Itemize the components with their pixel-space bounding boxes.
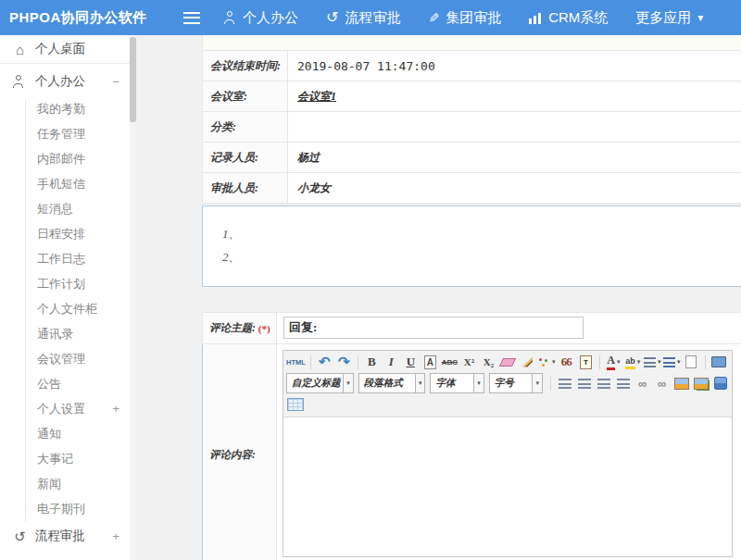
sidebar-item[interactable]: 工作计划 [0,271,136,296]
nav-more-apps[interactable]: 更多应用 [635,9,703,27]
field-value: 会议室1 [288,81,741,111]
editor-content-area[interactable] [283,417,732,556]
sidebar-scrollbar[interactable] [130,35,136,560]
separator[interactable] [705,355,706,369]
sidebar-item[interactable]: 个人桌面 [0,35,136,64]
nav-label: 更多应用 [635,9,691,27]
table-row: 会议室: 会议室1 [203,81,741,112]
sidebar-item[interactable]: 个人办公 − [0,67,136,96]
field-label: 会议结束时间: [203,51,288,81]
undo-icon[interactable]: ↶ [316,354,333,370]
nav-label: 个人办公 [243,9,298,27]
sidebar-item[interactable]: 通讯录 [0,321,136,346]
sidebar-item[interactable]: 个人文件柜 [0,296,136,321]
content-line: 2、 [222,245,741,268]
nav-label: 集团审批 [446,9,501,27]
comment-subject-input[interactable] [283,317,584,339]
sidebar-item[interactable]: 我的考勤 [0,96,136,121]
nav-workflow-approval[interactable]: 流程审批 [326,9,400,27]
separator[interactable] [358,355,358,369]
paste-text-icon[interactable]: T [577,354,595,370]
expand-toggle[interactable]: − [112,75,119,89]
separator[interactable] [550,377,551,391]
align-right-icon[interactable] [595,375,612,392]
bold-icon[interactable]: B [363,354,381,370]
fullscreen-icon[interactable] [710,354,728,370]
comment-form: 评论主题: (*) 评论内容: [202,312,741,560]
edit-icon [428,10,439,25]
sidebar-item[interactable]: 公告 [0,371,136,396]
bar-chart-icon [529,12,542,24]
separator[interactable] [310,355,311,369]
align-center-icon[interactable] [575,375,593,392]
blockquote-icon[interactable]: 66 [558,354,575,370]
font-size-select[interactable]: 字号 ▾ [489,373,543,393]
expand-toggle[interactable]: + [112,529,119,543]
justify-icon[interactable] [614,375,632,392]
font-style-icon[interactable]: A [421,354,439,370]
italic-icon[interactable]: I [383,354,400,370]
nav-personal-office[interactable]: 个人办公 [224,9,298,27]
field-label: 审批人员: [203,173,288,203]
heading-select[interactable]: 自定义标题 ▾ [286,373,354,393]
image-icon[interactable] [672,375,690,392]
source-code-icon[interactable]: HTML [286,354,306,370]
align-left-icon[interactable] [556,375,573,392]
table-icon[interactable] [286,396,304,413]
table-row: 记录人员: 杨过 [203,143,741,173]
sidebar-item[interactable]: 电子期刊 [0,496,136,521]
nav-label: CRM系统 [548,9,608,27]
sidebar-item[interactable]: 内部邮件 [0,146,136,171]
top-navigation-bar: PHPOA协同办公软件 个人办公 流程审批 集团审批 CRM系统 更多应用 [0,0,741,35]
link-icon[interactable]: ∞ [634,375,651,392]
new-page-icon[interactable] [683,354,700,370]
sidebar-item[interactable]: 会议管理 [0,346,136,371]
expand-toggle[interactable]: + [112,402,119,416]
ordered-list-icon[interactable]: ▾ [644,354,661,370]
table-row: 分类: [203,112,741,143]
paragraph-format-select[interactable]: 段落格式 ▾ [358,373,426,393]
strikethrough-icon[interactable]: ABC [441,354,458,370]
sidebar-item[interactable]: 流程审批 + [0,521,136,551]
sidebar-item[interactable]: 日程安排 [0,221,136,246]
redo-icon[interactable]: ↷ [335,354,353,370]
sidebar-item[interactable]: 短消息 [0,196,136,221]
field-value: 2019-08-07 11:47:00 [288,51,741,81]
superscript-icon[interactable]: X² [460,354,478,370]
table-row: 会议结束时间: 2019-08-07 11:47:00 [203,51,741,81]
sidebar-item[interactable]: 新闻 [0,471,136,496]
field-label: 分类: [203,112,288,142]
sidebar-item[interactable]: 大事记 [0,446,136,471]
sidebar-item[interactable]: 手机短信 [0,171,136,196]
nav-crm-system[interactable]: CRM系统 [529,9,608,27]
unlink-icon[interactable]: ∞ [653,375,671,392]
font-family-select[interactable]: 字体 ▾ [430,373,484,393]
sidebar-item[interactable]: 任务管理 [0,121,136,146]
color-picker-icon[interactable]: ▾ [538,354,556,370]
nav-group-approval[interactable]: 集团审批 [428,9,501,27]
required-mark: (*) [258,323,270,334]
eraser-icon[interactable] [499,354,517,370]
sidebar-item[interactable]: 工作日志 [0,246,136,271]
sidebar-item[interactable]: 通知 [0,421,136,446]
table-row-partial [203,35,741,51]
sidebar-item[interactable]: 个人设置 + [0,396,136,421]
separator[interactable] [599,355,600,369]
app-window: PHPOA协同办公软件 个人办公 流程审批 集团审批 CRM系统 更多应用 [0,0,741,560]
clear-format-icon[interactable] [519,354,536,370]
underline-icon[interactable]: U [402,354,420,370]
unordered-list-icon[interactable]: ▾ [663,354,681,370]
hamburger-menu-icon[interactable] [183,12,200,24]
font-color-icon[interactable]: A ▾ [605,354,622,370]
flow-icon [13,530,27,542]
media-icon[interactable] [711,375,729,392]
insert-image-icon[interactable] [692,375,710,392]
field-value: 小龙女 [288,173,741,203]
comment-subject-row: 评论主题: (*) [202,312,741,344]
sidebar-menu: 个人桌面 个人办公 − 我的考勤 任务管理 [0,35,136,551]
nav-label: 流程审批 [345,9,400,27]
highlight-icon[interactable]: ab ▾ [624,354,642,370]
subscript-icon[interactable]: X₂ [480,354,497,370]
table-row: 审批人员: 小龙女 [203,173,741,204]
scrollbar-thumb[interactable] [130,37,136,122]
